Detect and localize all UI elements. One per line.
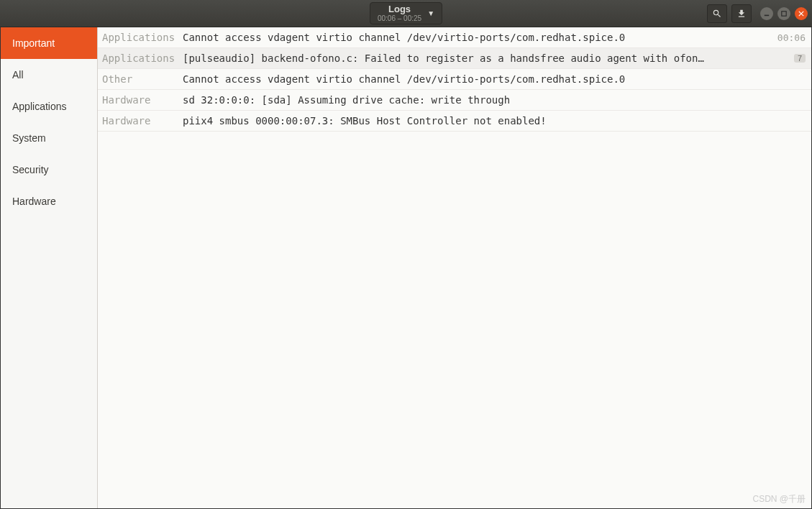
log-category: Hardware [102, 115, 183, 127]
sidebar-item-label: Important [12, 37, 55, 49]
log-category: Applications [102, 52, 183, 64]
log-row[interactable]: Hardwarepiix4_smbus 0000:00:07.3: SMBus … [98, 111, 811, 132]
log-message: [pulseaudio] backend-ofono.c: Failed to … [183, 52, 788, 64]
log-category: Hardware [102, 94, 183, 106]
titlebar: Logs 00:06 – 00:25 ▼ [0, 0, 812, 27]
sidebar-item-all[interactable]: All [1, 59, 97, 91]
close-button[interactable] [795, 7, 808, 20]
log-row[interactable]: Applications[pulseaudio] backend-ofono.c… [98, 48, 811, 69]
sidebar-item-label: System [12, 132, 46, 144]
sidebar: ImportantAllApplicationsSystemSecurityHa… [1, 27, 98, 508]
log-count-badge: 7 [794, 54, 806, 63]
log-row[interactable]: OtherCannot access vdagent virtio channe… [98, 69, 811, 90]
app-body: ImportantAllApplicationsSystemSecurityHa… [0, 27, 812, 509]
chevron-down-icon: ▼ [427, 9, 434, 17]
export-button[interactable] [731, 4, 752, 23]
title-dropdown[interactable]: Logs 00:06 – 00:25 ▼ [370, 2, 442, 24]
sidebar-item-label: Applications [12, 101, 67, 112]
download-icon [736, 9, 747, 19]
minimize-icon [764, 11, 770, 17]
minimize-button[interactable] [760, 7, 773, 20]
sidebar-item-system[interactable]: System [1, 122, 97, 154]
sidebar-item-applications[interactable]: Applications [1, 91, 97, 122]
window-title: Logs [388, 4, 411, 14]
log-time: 00:06 [777, 32, 806, 43]
log-row[interactable]: Hardwaresd 32:0:0:0: [sda] Assuming driv… [98, 90, 811, 111]
log-message: Cannot access vdagent virtio channel /de… [183, 32, 772, 43]
sidebar-item-label: Hardware [12, 196, 56, 207]
window-subtitle: 00:06 – 00:25 [378, 14, 421, 22]
sidebar-item-label: Security [12, 164, 49, 175]
sidebar-item-hardware[interactable]: Hardware [1, 185, 97, 217]
maximize-icon [781, 11, 787, 17]
watermark: CSDN @千册 [752, 493, 806, 505]
svg-rect-0 [765, 14, 769, 16]
search-button[interactable] [707, 4, 727, 23]
sidebar-item-security[interactable]: Security [1, 154, 97, 185]
log-message: piix4_smbus 0000:00:07.3: SMBus Host Con… [183, 115, 806, 127]
log-message: Cannot access vdagent virtio channel /de… [183, 73, 806, 85]
svg-rect-1 [782, 11, 786, 15]
log-category: Applications [102, 32, 183, 43]
log-panel: ApplicationsCannot access vdagent virtio… [98, 27, 811, 508]
search-icon [712, 9, 722, 19]
log-category: Other [102, 73, 183, 85]
sidebar-item-important[interactable]: Important [1, 27, 97, 59]
maximize-button[interactable] [777, 7, 790, 20]
close-icon [798, 11, 804, 17]
sidebar-item-label: All [12, 69, 24, 81]
log-message: sd 32:0:0:0: [sda] Assuming drive cache:… [183, 94, 806, 106]
log-row[interactable]: ApplicationsCannot access vdagent virtio… [98, 27, 811, 48]
